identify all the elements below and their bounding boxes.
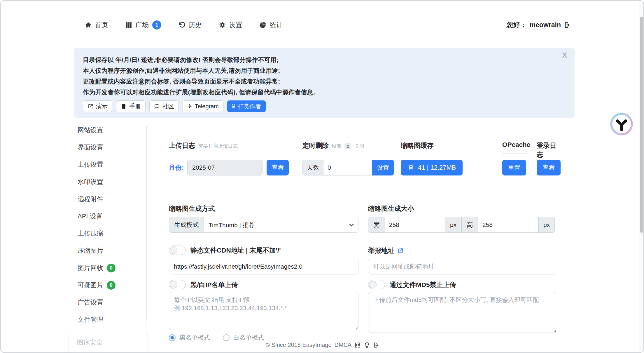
donate-button-label: 打赏作者 [238, 102, 261, 110]
nav-item-stats[interactable]: 统计 [259, 20, 283, 29]
history-icon [178, 21, 186, 29]
notice-line: 目录保存以 年/月/日/ 递进,非必要请勿修改! 否则会导致部分操作不可用; [83, 56, 566, 64]
user-area: 您好： meowrain [507, 20, 571, 29]
upload-log-view-button[interactable]: 查看 [267, 160, 289, 175]
manual-button[interactable]: 手册 [116, 100, 146, 112]
sidebar-item-watermark[interactable]: 水印设置 [74, 173, 146, 190]
height-unit: px [538, 217, 555, 233]
donate-button[interactable]: ¥ 打赏作者 [227, 100, 266, 112]
grid-icon [125, 21, 132, 29]
notice-line: 本人仅为程序开源创作,如遇非法网站使用与本人无关,请勿用于商业用途; [83, 67, 566, 74]
external-link-icon [88, 103, 93, 109]
login-log-title: 登录日志 [537, 141, 561, 159]
external-link-icon[interactable] [397, 248, 404, 254]
cdn-toggle-row: 静态文件CDN地址 | 末尾不加'/' [169, 246, 281, 255]
community-button-label: 社区 [162, 102, 174, 110]
sidebar-item-recycle[interactable]: 图片回收 0 [74, 259, 146, 277]
mode-addon: 生成模式 [169, 217, 204, 233]
timed-delete-controls: 天数 设置 [302, 160, 394, 175]
blacklist-mode-radio[interactable]: 黑名单模式 [169, 333, 210, 342]
md5-toggle[interactable] [368, 280, 385, 289]
settings-sidebar: 网站设置 界面设置 上传设置 水印设置 远程附件 API 设置 上传压缩 压缩图… [74, 121, 146, 328]
report-address-input[interactable] [368, 259, 556, 274]
timed-delete-set-button[interactable]: 设置 [372, 160, 394, 175]
cdn-url-input[interactable] [169, 259, 358, 274]
cdn-label: 静态文件CDN地址 | 末尾不加'/' [190, 246, 281, 255]
sidebar-item-upload-compress[interactable]: 上传压缩 [74, 225, 146, 242]
sidebar-item-label: 文件管理 [78, 315, 103, 324]
days-input[interactable] [323, 160, 372, 175]
toggle-knob [170, 281, 177, 288]
sidebar-item-label: 压缩图片 [78, 246, 103, 255]
telegram-button-label: Telegram [195, 103, 219, 110]
height-input[interactable] [478, 217, 538, 233]
nav-item-label: 统计 [270, 20, 283, 29]
sidebar-item-label: 上传压缩 [78, 229, 103, 238]
sidebar-item-ads[interactable]: 广告设置 [74, 294, 146, 311]
sidebar-item-label: 远程附件 [78, 195, 103, 204]
sidebar-item-api[interactable]: API 设置 [74, 208, 146, 225]
sidebar-item-files[interactable]: 文件管理 [74, 311, 146, 328]
demo-button-label: 演示 [96, 102, 108, 110]
height-addon: 高 [461, 217, 478, 233]
vertical-scrollbar[interactable] [639, 1, 643, 352]
thumb-mode-group: 生成模式 TimThumb | 推荐 [169, 217, 358, 233]
top-navbar: 首页 广场 1 历史 [74, 16, 571, 34]
trash-icon [407, 164, 414, 171]
nav-item-label: 广场 [135, 20, 149, 29]
sidebar-item-label: 可疑图片 [78, 281, 103, 290]
nav-item-plaza[interactable]: 广场 1 [125, 20, 161, 29]
dmca-link[interactable]: DMCA [335, 342, 352, 348]
lightbulb-icon[interactable] [364, 342, 370, 348]
sidebar-item-interface[interactable]: 界面设置 [74, 139, 146, 156]
community-button[interactable]: 社区 [149, 100, 179, 112]
brand-logo[interactable] [609, 112, 634, 137]
sidebar-item-upload[interactable]: 上传设置 [74, 156, 146, 173]
ip-mode-radios: 黑名单模式 白名单模式 [169, 333, 264, 342]
greeting-label: 您好： [507, 20, 527, 29]
qr-code-icon[interactable] [354, 342, 361, 348]
ip-filter-toggle[interactable] [169, 280, 186, 289]
radio-checked-icon [169, 334, 176, 341]
width-unit: px [445, 217, 461, 233]
logout-icon[interactable] [564, 21, 571, 29]
nav-item-label: 历史 [188, 20, 202, 29]
sidebar-item-suspicious[interactable]: 可疑图片 0 [74, 277, 146, 294]
opcache-reset-button[interactable]: 重置 [502, 160, 526, 175]
thumb-mode-select[interactable]: TimThumb | 推荐 [204, 217, 358, 233]
sidebar-item-remote[interactable]: 远程附件 [74, 190, 146, 208]
thumb-cache-clear-button[interactable]: 41 | 12.27MB [401, 160, 463, 175]
notice-buttons: 演示 手册 社区 ✈ Telegram ¥ 打赏作者 [83, 100, 566, 112]
sidebar-item-label: 图片回收 [78, 264, 103, 272]
cdn-toggle[interactable] [169, 246, 186, 255]
nav-item-history[interactable]: 历史 [178, 20, 202, 29]
yen-icon: ¥ [232, 103, 235, 109]
login-log-view-button[interactable]: 查看 [537, 160, 561, 175]
suspicious-count-badge: 0 [107, 281, 116, 290]
sidebar-item-website[interactable]: 网站设置 [74, 121, 146, 139]
ip-list-textarea[interactable] [169, 292, 358, 330]
plane-icon: ✈ [187, 103, 192, 109]
close-icon[interactable]: X [562, 52, 567, 59]
notice-line: 作为开发者你可以对相应功能进行扩展(增删改相应代码), 但请保留代码中源作者信息… [83, 88, 566, 96]
nav-item-home[interactable]: 首页 [85, 20, 108, 29]
nav-item-settings[interactable]: 设置 [219, 20, 242, 29]
telegram-button[interactable]: ✈ Telegram [183, 100, 223, 112]
md5-textarea[interactable] [368, 292, 556, 333]
thumb-cache-stats: 41 | 12.27MB [418, 164, 456, 171]
width-input[interactable] [385, 217, 445, 233]
demo-button[interactable]: 演示 [83, 100, 112, 112]
book-icon [121, 103, 127, 109]
month-input[interactable] [187, 160, 262, 175]
sidebar-item-label: 界面设置 [78, 143, 103, 152]
sidebar-item-compress-image[interactable]: 压缩图片 [74, 242, 146, 259]
logout-icon[interactable] [373, 342, 379, 348]
comment-icon [154, 103, 160, 109]
ip-filter-toggle-row: 黑/白IP名单上传 [169, 280, 238, 289]
scrollbar-thumb[interactable] [640, 17, 643, 233]
whitelist-mode-radio[interactable]: 白名单模式 [223, 333, 264, 342]
pie-chart-icon [259, 21, 267, 29]
opcache-title: OPcache [502, 141, 530, 149]
blacklist-mode-label: 黑名单模式 [179, 333, 210, 342]
thumb-mode-title: 缩略图生成方式 [169, 204, 215, 213]
